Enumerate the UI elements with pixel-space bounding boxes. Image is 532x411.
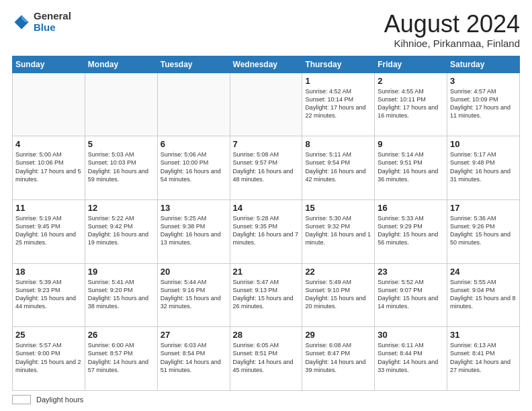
subtitle: Kihnioe, Pirkanmaa, Finland: [384, 38, 520, 49]
footer: Daylight hours: [12, 395, 520, 404]
day-info: Sunrise: 6:05 AM Sunset: 8:51 PM Dayligh…: [233, 341, 300, 374]
calendar-cell: [157, 73, 230, 136]
day-info: Sunrise: 6:11 AM Sunset: 8:44 PM Dayligh…: [378, 341, 444, 374]
day-number: 23: [378, 267, 444, 277]
calendar-cell: 4Sunrise: 5:00 AM Sunset: 10:06 PM Dayli…: [13, 136, 85, 200]
day-number: 4: [15, 139, 82, 149]
logo: General Blue: [12, 11, 71, 33]
day-info: Sunrise: 6:13 AM Sunset: 8:41 PM Dayligh…: [450, 341, 517, 374]
day-number: 16: [378, 203, 444, 213]
day-info: Sunrise: 4:55 AM Sunset: 10:11 PM Daylig…: [378, 87, 444, 120]
day-info: Sunrise: 5:22 AM Sunset: 9:42 PM Dayligh…: [88, 214, 154, 247]
day-number: 9: [378, 139, 444, 149]
calendar-cell: 25Sunrise: 5:57 AM Sunset: 9:00 PM Dayli…: [13, 327, 85, 391]
weekday-header-friday: Friday: [375, 56, 447, 73]
calendar-cell: 19Sunrise: 5:41 AM Sunset: 9:20 PM Dayli…: [85, 263, 157, 327]
day-number: 19: [88, 267, 154, 277]
day-number: 10: [450, 139, 517, 149]
header: General Blue August 2024 Kihnioe, Pirkan…: [12, 11, 520, 49]
calendar-cell: [85, 73, 157, 136]
day-info: Sunrise: 5:08 AM Sunset: 9:57 PM Dayligh…: [233, 150, 300, 183]
main-title: August 2024: [384, 11, 520, 38]
day-info: Sunrise: 6:08 AM Sunset: 8:47 PM Dayligh…: [305, 341, 371, 374]
weekday-header-row: SundayMondayTuesdayWednesdayThursdayFrid…: [13, 56, 520, 73]
calendar-cell: 28Sunrise: 6:05 AM Sunset: 8:51 PM Dayli…: [230, 327, 302, 391]
weekday-header-tuesday: Tuesday: [157, 56, 230, 73]
calendar-cell: 26Sunrise: 6:00 AM Sunset: 8:57 PM Dayli…: [85, 327, 157, 391]
footer-label: Daylight hours: [36, 396, 83, 404]
day-number: 3: [450, 76, 517, 86]
title-block: August 2024 Kihnioe, Pirkanmaa, Finland: [384, 11, 520, 49]
calendar-cell: 20Sunrise: 5:44 AM Sunset: 9:16 PM Dayli…: [157, 263, 230, 327]
calendar-table: SundayMondayTuesdayWednesdayThursdayFrid…: [12, 56, 520, 391]
calendar-cell: 21Sunrise: 5:47 AM Sunset: 9:13 PM Dayli…: [230, 263, 302, 327]
day-info: Sunrise: 5:55 AM Sunset: 9:04 PM Dayligh…: [450, 278, 517, 311]
day-info: Sunrise: 5:47 AM Sunset: 9:13 PM Dayligh…: [233, 278, 300, 311]
day-number: 28: [233, 330, 300, 340]
day-number: 8: [305, 139, 371, 149]
day-info: Sunrise: 5:14 AM Sunset: 9:51 PM Dayligh…: [378, 150, 444, 183]
calendar-cell: 31Sunrise: 6:13 AM Sunset: 8:41 PM Dayli…: [447, 327, 520, 391]
day-number: 12: [88, 203, 154, 213]
day-number: 30: [378, 330, 444, 340]
day-info: Sunrise: 6:03 AM Sunset: 8:54 PM Dayligh…: [161, 341, 227, 374]
calendar-cell: [13, 73, 85, 136]
day-number: 26: [88, 330, 154, 340]
day-info: Sunrise: 6:00 AM Sunset: 8:57 PM Dayligh…: [88, 341, 154, 374]
day-number: 11: [15, 203, 82, 213]
week-row-3: 11Sunrise: 5:19 AM Sunset: 9:45 PM Dayli…: [13, 199, 520, 263]
day-info: Sunrise: 5:36 AM Sunset: 9:26 PM Dayligh…: [450, 214, 517, 247]
day-number: 29: [305, 330, 371, 340]
calendar-cell: 17Sunrise: 5:36 AM Sunset: 9:26 PM Dayli…: [447, 199, 520, 263]
day-number: 2: [378, 76, 444, 86]
week-row-5: 25Sunrise: 5:57 AM Sunset: 9:00 PM Dayli…: [13, 327, 520, 391]
calendar-cell: 18Sunrise: 5:39 AM Sunset: 9:23 PM Dayli…: [13, 263, 85, 327]
calendar-cell: 9Sunrise: 5:14 AM Sunset: 9:51 PM Daylig…: [375, 136, 447, 200]
day-number: 18: [15, 267, 82, 277]
calendar-cell: [230, 73, 302, 136]
calendar-cell: 22Sunrise: 5:49 AM Sunset: 9:10 PM Dayli…: [302, 263, 375, 327]
day-info: Sunrise: 5:25 AM Sunset: 9:38 PM Dayligh…: [161, 214, 227, 247]
day-info: Sunrise: 5:03 AM Sunset: 10:03 PM Daylig…: [88, 150, 154, 183]
logo-blue: Blue: [34, 21, 56, 33]
weekday-header-thursday: Thursday: [302, 56, 375, 73]
footer-box: [12, 395, 31, 404]
day-info: Sunrise: 5:11 AM Sunset: 9:54 PM Dayligh…: [305, 150, 371, 183]
day-info: Sunrise: 5:41 AM Sunset: 9:20 PM Dayligh…: [88, 278, 154, 311]
weekday-header-monday: Monday: [85, 56, 157, 73]
weekday-header-wednesday: Wednesday: [230, 56, 302, 73]
calendar-cell: 15Sunrise: 5:30 AM Sunset: 9:32 PM Dayli…: [302, 199, 375, 263]
calendar-cell: 14Sunrise: 5:28 AM Sunset: 9:35 PM Dayli…: [230, 199, 302, 263]
weekday-header-sunday: Sunday: [13, 56, 85, 73]
day-info: Sunrise: 4:57 AM Sunset: 10:09 PM Daylig…: [450, 87, 517, 120]
day-info: Sunrise: 4:52 AM Sunset: 10:14 PM Daylig…: [305, 87, 371, 120]
logo-text: General Blue: [34, 11, 71, 33]
page: General Blue August 2024 Kihnioe, Pirkan…: [0, 0, 532, 411]
calendar-cell: 6Sunrise: 5:06 AM Sunset: 10:00 PM Dayli…: [157, 136, 230, 200]
day-number: 27: [161, 330, 227, 340]
day-info: Sunrise: 5:44 AM Sunset: 9:16 PM Dayligh…: [161, 278, 227, 311]
day-info: Sunrise: 5:19 AM Sunset: 9:45 PM Dayligh…: [15, 214, 82, 247]
day-info: Sunrise: 5:06 AM Sunset: 10:00 PM Daylig…: [161, 150, 227, 183]
day-number: 24: [450, 267, 517, 277]
day-number: 13: [161, 203, 227, 213]
day-number: 21: [233, 267, 300, 277]
day-number: 22: [305, 267, 371, 277]
calendar-cell: 29Sunrise: 6:08 AM Sunset: 8:47 PM Dayli…: [302, 327, 375, 391]
calendar-cell: 24Sunrise: 5:55 AM Sunset: 9:04 PM Dayli…: [447, 263, 520, 327]
day-info: Sunrise: 5:30 AM Sunset: 9:32 PM Dayligh…: [305, 214, 371, 247]
day-number: 20: [161, 267, 227, 277]
day-number: 31: [450, 330, 517, 340]
calendar-cell: 8Sunrise: 5:11 AM Sunset: 9:54 PM Daylig…: [302, 136, 375, 200]
calendar-cell: 12Sunrise: 5:22 AM Sunset: 9:42 PM Dayli…: [85, 199, 157, 263]
calendar-cell: 5Sunrise: 5:03 AM Sunset: 10:03 PM Dayli…: [85, 136, 157, 200]
calendar-cell: 27Sunrise: 6:03 AM Sunset: 8:54 PM Dayli…: [157, 327, 230, 391]
day-number: 14: [233, 203, 300, 213]
weekday-header-saturday: Saturday: [447, 56, 520, 73]
week-row-1: 1Sunrise: 4:52 AM Sunset: 10:14 PM Dayli…: [13, 73, 520, 136]
day-number: 7: [233, 139, 300, 149]
day-info: Sunrise: 5:57 AM Sunset: 9:00 PM Dayligh…: [15, 341, 82, 374]
day-number: 1: [305, 76, 371, 86]
calendar-cell: 7Sunrise: 5:08 AM Sunset: 9:57 PM Daylig…: [230, 136, 302, 200]
calendar-cell: 2Sunrise: 4:55 AM Sunset: 10:11 PM Dayli…: [375, 73, 447, 136]
